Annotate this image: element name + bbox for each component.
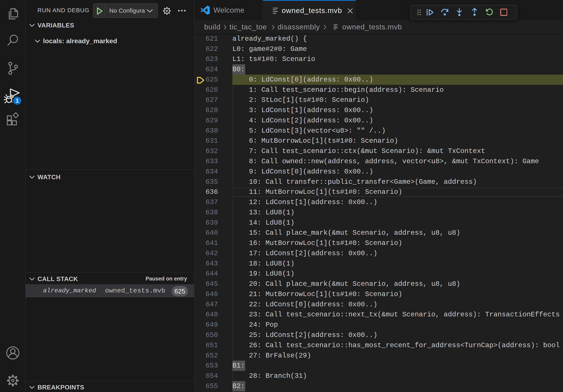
svg-text:1: 1	[16, 97, 19, 104]
